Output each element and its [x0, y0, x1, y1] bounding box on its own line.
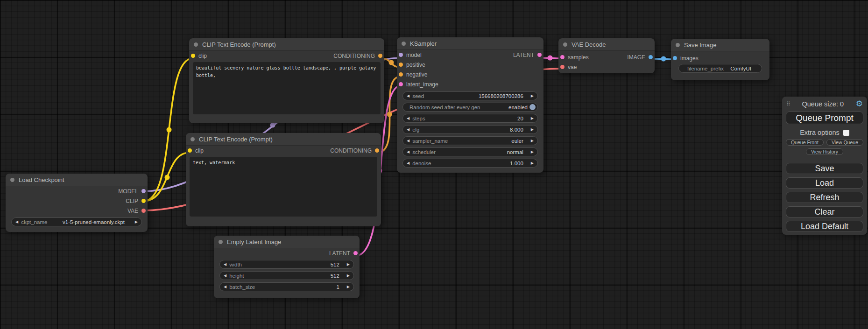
clip-output-dot[interactable] [141, 199, 146, 203]
decrement-arrow-icon[interactable]: ◀ [407, 94, 409, 98]
collapse-dot-icon[interactable] [676, 43, 680, 47]
queue-panel: ⠿ Queue size: 0 ⚙ Queue Prompt Extra opt… [782, 97, 867, 235]
collapse-dot-icon[interactable] [219, 240, 223, 244]
increment-arrow-icon[interactable]: ▶ [531, 117, 534, 120]
widget-filename-prefix[interactable]: filename_prefix ComfyUI [678, 64, 762, 73]
widget-label: cfg [412, 127, 419, 133]
vae-output-dot[interactable] [141, 209, 146, 213]
decrement-arrow-icon[interactable]: ◀ [407, 150, 409, 154]
output-label: MODEL [118, 188, 138, 195]
node-clip-text-encode-1[interactable]: CLIP Text Encode (Prompt) clip CONDITION… [189, 38, 384, 123]
latent-image-input-dot[interactable] [399, 82, 403, 86]
queue-size-label: Queue size: 0 [790, 100, 856, 108]
clip-input-dot[interactable] [188, 148, 192, 153]
model-output-dot[interactable] [141, 189, 146, 193]
input-label: positive [406, 62, 425, 68]
node-header[interactable]: Load Checkpoint [6, 174, 148, 186]
toggle-knob-icon[interactable] [529, 104, 536, 110]
decrement-arrow-icon[interactable]: ◀ [224, 274, 226, 278]
conditioning-output-dot[interactable] [375, 148, 379, 153]
widget-cfg[interactable]: ◀ cfg 8.000 ▶ [402, 125, 538, 134]
image-output-dot[interactable] [649, 55, 653, 59]
load-default-button[interactable]: Load Default [786, 221, 863, 232]
decrement-arrow-icon[interactable]: ◀ [407, 161, 409, 165]
node-header[interactable]: Save Image [671, 39, 769, 51]
increment-arrow-icon[interactable]: ▶ [531, 161, 534, 165]
node-title: KSampler [410, 40, 437, 47]
conditioning-output-dot[interactable] [378, 54, 382, 58]
link-midpoint-dot [165, 175, 170, 180]
input-label: clip [198, 53, 207, 59]
widget-steps[interactable]: ◀ steps 20 ▶ [402, 114, 538, 123]
increment-arrow-icon[interactable]: ▶ [347, 274, 350, 278]
view-history-button[interactable]: View History [806, 148, 843, 155]
widget-ckpt-name[interactable]: ◀ ckpt_name v1-5-pruned-emaonly.ckpt ▶ [11, 217, 142, 226]
queue-front-button[interactable]: Queue Front [786, 139, 824, 146]
collapse-dot-icon[interactable] [194, 42, 198, 47]
node-header[interactable]: CLIP Text Encode (Prompt) [189, 38, 384, 51]
refresh-button[interactable]: Refresh [786, 192, 863, 203]
load-button[interactable]: Load [786, 177, 863, 189]
input-label: latent_image [406, 81, 438, 88]
increment-arrow-icon[interactable]: ▶ [347, 263, 350, 266]
node-load-checkpoint[interactable]: Load Checkpoint MODEL CLIP VAE ◀ ckpt_na… [6, 174, 148, 232]
increment-arrow-icon[interactable]: ▶ [531, 139, 534, 143]
node-header[interactable]: CLIP Text Encode (Prompt) [186, 133, 381, 146]
clip-input-dot[interactable] [191, 54, 195, 58]
save-button[interactable]: Save [786, 163, 863, 174]
output-label: CLIP [126, 198, 138, 204]
latent-output-dot[interactable] [353, 251, 358, 255]
increment-arrow-icon[interactable]: ▶ [531, 128, 534, 132]
node-header[interactable]: KSampler [397, 37, 543, 50]
widget-width[interactable]: ◀ width 512 ▶ [219, 260, 354, 269]
node-title: CLIP Text Encode (Prompt) [199, 136, 273, 143]
clear-button[interactable]: Clear [786, 206, 863, 217]
widget-value: 20 [517, 116, 523, 121]
decrement-arrow-icon[interactable]: ◀ [15, 220, 18, 224]
images-input-dot[interactable] [673, 56, 677, 60]
node-empty-latent-image[interactable]: Empty Latent Image LATENT ◀ width 512 ▶ … [214, 236, 360, 298]
widget-denoise[interactable]: ◀ denoise 1.000 ▶ [402, 159, 538, 168]
node-graph-canvas[interactable]: Load Checkpoint MODEL CLIP VAE ◀ ckpt_na… [0, 0, 868, 329]
prompt-textarea[interactable]: text, watermark [190, 157, 377, 217]
widget-sampler-name[interactable]: ◀ sampler_name euler ▶ [402, 136, 538, 145]
node-clip-text-encode-2[interactable]: CLIP Text Encode (Prompt) clip CONDITION… [186, 133, 381, 226]
increment-arrow-icon[interactable]: ▶ [531, 94, 534, 98]
decrement-arrow-icon[interactable]: ◀ [224, 285, 226, 289]
positive-input-dot[interactable] [399, 63, 403, 67]
collapse-dot-icon[interactable] [563, 42, 567, 47]
node-header[interactable]: Empty Latent Image [214, 236, 360, 248]
decrement-arrow-icon[interactable]: ◀ [224, 263, 226, 266]
node-save-image[interactable]: Save Image images filename_prefix ComfyU… [671, 39, 769, 80]
model-input-dot[interactable] [399, 53, 403, 57]
widget-height[interactable]: ◀ height 512 ▶ [219, 271, 354, 280]
widget-scheduler[interactable]: ◀ scheduler normal ▶ [402, 147, 538, 156]
widget-random-seed-toggle[interactable]: Random seed after every gen enabled [402, 103, 538, 112]
node-ksampler[interactable]: KSampler model LATENT positive negative [397, 37, 543, 173]
extra-options-checkbox[interactable] [843, 130, 849, 136]
settings-gear-icon[interactable]: ⚙ [856, 100, 863, 108]
increment-arrow-icon[interactable]: ▶ [347, 285, 350, 289]
increment-arrow-icon[interactable]: ▶ [135, 220, 138, 224]
node-header[interactable]: VAE Decode [558, 38, 655, 51]
widget-seed[interactable]: ◀ seed 156680208700286 ▶ [402, 91, 538, 100]
collapse-dot-icon[interactable] [10, 178, 14, 182]
negative-input-dot[interactable] [399, 72, 403, 77]
collapse-dot-icon[interactable] [402, 42, 406, 46]
latent-output-dot[interactable] [537, 53, 542, 57]
decrement-arrow-icon[interactable]: ◀ [407, 117, 409, 120]
prompt-textarea[interactable]: beautiful scenery nature glass bottle la… [193, 62, 381, 114]
node-vae-decode[interactable]: VAE Decode samples IMAGE vae [558, 38, 655, 73]
queue-prompt-button[interactable]: Queue Prompt [786, 112, 863, 124]
collapse-dot-icon[interactable] [191, 137, 195, 141]
drag-handle-icon[interactable]: ⠿ [786, 101, 790, 107]
samples-input-dot[interactable] [560, 55, 565, 59]
vae-input-dot[interactable] [560, 65, 565, 69]
decrement-arrow-icon[interactable]: ◀ [407, 128, 409, 132]
increment-arrow-icon[interactable]: ▶ [531, 150, 534, 154]
input-label: model [406, 52, 422, 58]
widget-batch-size[interactable]: ◀ batch_size 1 ▶ [219, 282, 354, 291]
view-queue-button[interactable]: View Queue [826, 139, 863, 146]
node-title: VAE Decode [572, 41, 606, 48]
decrement-arrow-icon[interactable]: ◀ [407, 139, 409, 143]
